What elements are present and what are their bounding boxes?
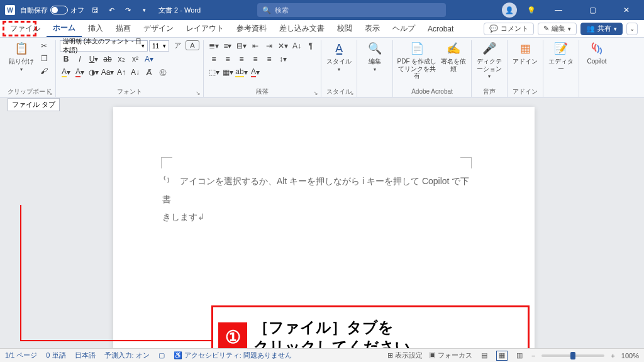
asian-layout-icon[interactable]: ✕▾ <box>277 40 289 52</box>
bold-icon[interactable]: B <box>60 53 72 65</box>
paragraph-label: 段落 <box>256 88 269 95</box>
italic-icon[interactable]: I <box>74 53 86 65</box>
decrease-indent-icon[interactable]: ⇤ <box>249 40 262 52</box>
char-shading-icon[interactable]: ◑▾ <box>87 67 100 78</box>
copilot-inline-icon[interactable] <box>162 173 172 190</box>
dictate-button[interactable]: 🎤 ディクテーション▾ <box>475 40 503 79</box>
superscript-icon[interactable]: x² <box>129 53 142 65</box>
tab-help[interactable]: ヘルプ <box>386 20 421 37</box>
font-size-combo[interactable]: 11▾ <box>149 40 169 52</box>
read-mode-icon[interactable]: ▤ <box>479 351 490 361</box>
share-button[interactable]: 👥共有▾ <box>580 23 623 35</box>
dialog-launcher-icon[interactable]: ↘ <box>313 88 318 98</box>
shading-icon[interactable]: ⬚▾ <box>208 67 220 78</box>
font-name-combo[interactable]: 游明朝 (本文のフォント - 日本語)▾ <box>60 40 148 52</box>
align-center-icon[interactable]: ≡ <box>221 53 234 65</box>
justify-icon[interactable]: ≡ <box>249 53 262 65</box>
pdf-share-button[interactable]: 📄 PDF を作成してリンクを共有 <box>397 40 437 80</box>
search-input[interactable]: 🔍 検索 <box>257 3 446 17</box>
edit-mode-button[interactable]: ✎編集▾ <box>538 23 577 35</box>
tab-mailings[interactable]: 差し込み文書 <box>273 20 331 37</box>
lightbulb-icon[interactable]: 💡 <box>526 4 537 16</box>
status-focus[interactable]: ▣ フォーカス <box>429 351 472 360</box>
bullets-icon[interactable]: ≣▾ <box>208 40 220 52</box>
subscript-icon[interactable]: x₂ <box>115 53 128 65</box>
tab-home[interactable]: ホーム <box>47 20 82 37</box>
request-signature-button[interactable]: ✍ 署名を依頼 <box>440 40 467 72</box>
status-accessibility[interactable]: ♿ アクセシビリティ: 問題ありません <box>174 351 292 360</box>
web-layout-icon[interactable]: ▥ <box>514 351 525 361</box>
close-button[interactable]: ✕ <box>614 0 639 20</box>
zoom-slider[interactable] <box>541 354 604 357</box>
group-addins: ▦ アドイン アドイン <box>507 40 543 97</box>
tab-layout[interactable]: レイアウト <box>180 20 230 37</box>
print-layout-icon[interactable]: ▦ <box>496 351 508 361</box>
styles-button[interactable]: A̲ スタイル▾ <box>325 40 353 72</box>
margin-corner-tl <box>161 157 172 168</box>
tab-insert[interactable]: 挿入 <box>82 20 109 37</box>
sort-icon[interactable]: A↓ <box>291 40 303 52</box>
numbering-icon[interactable]: ≡▾ <box>221 40 234 52</box>
shrink-font-icon[interactable]: A↓ <box>129 67 142 78</box>
dialog-launcher-icon[interactable]: ↘ <box>349 88 354 98</box>
grow-font-icon[interactable]: A↑ <box>115 67 128 78</box>
autosave-toggle[interactable]: 自動保存 オフ <box>20 6 84 15</box>
text-effects-icon[interactable]: A▾ <box>143 53 155 65</box>
multilevel-icon[interactable]: ⊟▾ <box>235 40 248 52</box>
status-macro-icon[interactable]: ▢ <box>158 351 165 359</box>
status-display-settings[interactable]: ⊞ 表示設定 <box>387 351 423 360</box>
phonetic-guide-icon[interactable]: ア <box>170 40 184 50</box>
copy-icon[interactable]: ❐ <box>38 53 50 64</box>
format-painter-icon[interactable]: 🖌 <box>38 65 50 77</box>
copilot-button[interactable]: Copilot <box>583 40 611 65</box>
tab-references[interactable]: 参考資料 <box>230 20 273 37</box>
ribbon-collapse-button[interactable]: ⌄ <box>626 23 638 35</box>
editing-button[interactable]: 🔍 編集▾ <box>361 40 389 72</box>
status-page[interactable]: 1/1 ページ <box>5 351 37 360</box>
qat-more-icon[interactable]: ▾ <box>138 4 150 16</box>
zoom-in-button[interactable]: + <box>611 352 614 359</box>
tab-view[interactable]: 表示 <box>358 20 386 37</box>
enclose-char-icon[interactable]: A <box>186 40 199 50</box>
align-right-icon[interactable]: ≡ <box>235 53 248 65</box>
show-marks-icon[interactable]: ¶ <box>304 40 317 52</box>
tab-file[interactable]: ファイル <box>4 20 47 37</box>
highlight-icon[interactable]: A▾ <box>60 67 72 78</box>
dialog-launcher-icon[interactable]: ↘ <box>48 88 53 98</box>
tab-review[interactable]: 校閲 <box>331 20 358 37</box>
comment-button[interactable]: 💬コメント <box>484 23 534 35</box>
distribute-icon[interactable]: ≡ <box>263 53 275 65</box>
clear-format-icon[interactable]: A̸ <box>143 67 155 78</box>
status-wordcount[interactable]: 0 単語 <box>46 351 65 360</box>
save-icon[interactable]: 🖫 <box>89 4 101 16</box>
borders-icon[interactable]: ▦▾ <box>221 67 234 78</box>
redo-icon[interactable]: ↷ <box>122 4 133 16</box>
zoom-out-button[interactable]: − <box>531 352 535 359</box>
status-predictive[interactable]: 予測入力: オン <box>104 351 150 360</box>
editor-button[interactable]: 📝 エディター <box>547 40 575 72</box>
line-spacing-icon[interactable]: ↕▾ <box>277 53 289 65</box>
tab-acrobat[interactable]: Acrobat <box>421 20 460 37</box>
change-case-icon[interactable]: Aa▾ <box>101 67 114 78</box>
underline-icon[interactable]: U▾ <box>87 53 100 65</box>
tab-draw[interactable]: 描画 <box>109 20 137 37</box>
dialog-launcher-icon[interactable]: ↘ <box>196 88 201 98</box>
text-shading-icon[interactable]: ab▾ <box>235 67 248 78</box>
minimize-button[interactable]: — <box>546 0 571 20</box>
align-left-icon[interactable]: ≡ <box>208 53 220 65</box>
cut-icon[interactable]: ✂ <box>38 40 50 52</box>
maximize-button[interactable]: ▢ <box>580 0 605 20</box>
enclose-icon[interactable]: ㊓ <box>157 67 169 78</box>
zoom-level[interactable]: 100% <box>621 352 639 359</box>
font-color2-icon[interactable]: A▾ <box>249 67 262 78</box>
document-body[interactable]: アイコンを選択するか、Alt キーを押しながら i キーを押して Copilot… <box>162 172 472 226</box>
undo-icon[interactable]: ↶ <box>106 4 117 16</box>
paste-button[interactable]: 📋 貼り付け ▾ <box>8 40 35 72</box>
account-avatar[interactable]: 👤 <box>502 3 517 18</box>
addins-button[interactable]: ▦ アドイン <box>511 40 539 65</box>
strikethrough-icon[interactable]: ab <box>101 53 114 65</box>
font-color-icon[interactable]: A▾ <box>74 67 86 78</box>
tab-design[interactable]: デザイン <box>137 20 180 37</box>
status-language[interactable]: 日本語 <box>75 351 96 360</box>
increase-indent-icon[interactable]: ⇥ <box>263 40 275 52</box>
